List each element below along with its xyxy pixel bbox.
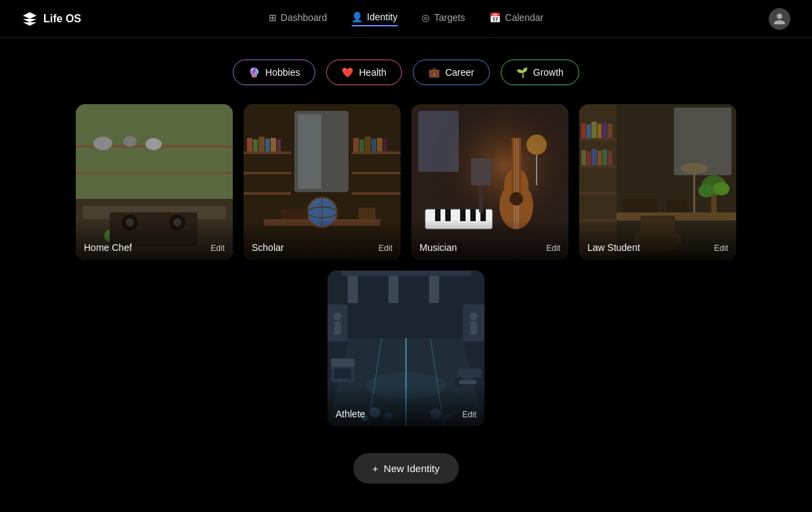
svg-rect-93: [667, 200, 687, 212]
svg-point-95: [681, 163, 708, 174]
svg-rect-36: [377, 138, 382, 152]
svg-rect-84: [608, 151, 612, 165]
card-athlete[interactable]: Athlete Edit: [328, 271, 484, 426]
nav-calendar[interactable]: 📅 Calendar: [489, 12, 543, 26]
svg-rect-26: [247, 138, 252, 152]
svg-rect-30: [271, 138, 276, 152]
card-home-chef-overlay: Home Chef Edit: [76, 219, 233, 260]
svg-rect-78: [608, 124, 612, 138]
svg-rect-71: [579, 192, 616, 195]
nav-dashboard-label: Dashboard: [281, 12, 328, 23]
health-label: Health: [359, 67, 386, 78]
growth-label: Growth: [533, 67, 564, 78]
nav-targets[interactable]: ◎ Targets: [422, 12, 465, 26]
svg-rect-111: [459, 380, 476, 384]
card-scholar-overlay: Scholar Edit: [244, 219, 401, 260]
svg-rect-83: [602, 149, 607, 165]
identity-icon: 👤: [351, 11, 363, 22]
card-athlete-edit[interactable]: Edit: [462, 410, 476, 419]
card-musician-edit[interactable]: Edit: [546, 243, 560, 253]
svg-rect-27: [253, 139, 258, 152]
filter-career[interactable]: 💼 Career: [413, 60, 490, 85]
svg-rect-69: [579, 138, 616, 141]
card-law-student[interactable]: Law Student Edit: [579, 104, 736, 260]
card-scholar-edit[interactable]: Edit: [378, 243, 392, 253]
hobbies-label: Hobbies: [265, 67, 300, 78]
card-musician[interactable]: Musician Edit: [411, 104, 568, 260]
nav-calendar-label: Calendar: [505, 12, 543, 23]
filter-health[interactable]: ❤️ Health: [326, 60, 401, 85]
svg-rect-120: [334, 321, 341, 335]
svg-rect-21: [244, 172, 291, 174]
card-musician-label: Musician: [420, 242, 457, 253]
user-avatar[interactable]: [769, 8, 790, 30]
hobbies-icon: 🔮: [248, 67, 260, 78]
card-law-student-overlay: Law Student Edit: [579, 219, 736, 260]
svg-rect-74: [587, 124, 591, 138]
nav-targets-label: Targets: [434, 12, 465, 23]
app-name: Life OS: [43, 13, 81, 25]
svg-rect-80: [587, 152, 591, 165]
svg-rect-81: [591, 149, 597, 165]
svg-rect-97: [341, 271, 471, 276]
new-identity-label: New Identity: [384, 463, 440, 474]
filter-growth[interactable]: 🌱 Growth: [501, 60, 579, 85]
health-icon: ❤️: [342, 67, 353, 78]
calendar-icon: 📅: [489, 12, 501, 23]
svg-rect-76: [597, 124, 602, 138]
filter-hobbies[interactable]: 🔮 Hobbies: [233, 60, 315, 85]
new-identity-button[interactable]: + New Identity: [353, 453, 458, 484]
filter-bar: 🔮 Hobbies ❤️ Health 💼 Career 🌱 Growth: [0, 38, 812, 104]
svg-rect-24: [352, 172, 401, 174]
card-home-chef[interactable]: Home Chef Edit: [76, 104, 233, 260]
navbar: Life OS ⊞ Dashboard 👤 Identity ◎ Targets…: [0, 0, 812, 38]
svg-rect-20: [244, 152, 291, 154]
nav-identity[interactable]: 👤 Identity: [351, 11, 397, 26]
card-athlete-overlay: Athlete Edit: [328, 386, 484, 426]
app-logo[interactable]: Life OS: [22, 11, 81, 27]
svg-point-7: [145, 138, 162, 150]
svg-rect-99: [388, 276, 399, 303]
svg-rect-46: [418, 111, 459, 172]
svg-rect-92: [623, 199, 657, 212]
svg-rect-33: [359, 139, 364, 152]
identity-cards-section: Home Chef Edit: [0, 104, 812, 426]
svg-rect-34: [365, 137, 371, 152]
svg-rect-79: [581, 150, 586, 165]
svg-rect-32: [353, 138, 359, 152]
svg-point-6: [123, 136, 137, 147]
card-scholar-label: Scholar: [252, 242, 284, 253]
svg-rect-61: [471, 158, 491, 185]
svg-rect-122: [470, 321, 477, 335]
logo-icon: [22, 11, 38, 27]
svg-rect-43: [359, 208, 376, 219]
career-label: Career: [445, 67, 474, 78]
cards-row-1: Home Chef Edit: [76, 104, 736, 260]
svg-point-90: [698, 184, 715, 197]
card-home-chef-edit[interactable]: Edit: [210, 243, 225, 253]
svg-rect-100: [429, 276, 439, 303]
svg-rect-62: [479, 185, 483, 212]
card-scholar[interactable]: Scholar Edit: [244, 104, 401, 260]
svg-point-63: [526, 135, 547, 155]
svg-rect-37: [383, 139, 387, 152]
nav-identity-label: Identity: [367, 11, 397, 22]
new-identity-plus-icon: +: [372, 463, 378, 474]
card-law-student-edit[interactable]: Edit: [714, 243, 728, 253]
svg-point-121: [470, 312, 478, 321]
svg-point-91: [713, 182, 729, 195]
svg-rect-70: [579, 165, 616, 168]
svg-rect-22: [244, 192, 291, 195]
svg-rect-73: [581, 123, 586, 138]
growth-icon: 🌱: [516, 67, 528, 78]
svg-rect-82: [597, 151, 602, 165]
card-law-student-label: Law Student: [587, 242, 640, 253]
card-athlete-label: Athlete: [336, 409, 365, 419]
svg-rect-25: [352, 192, 401, 195]
cards-row-2: Athlete Edit: [328, 271, 484, 426]
svg-rect-75: [591, 122, 597, 138]
svg-point-53: [510, 192, 523, 206]
svg-rect-19: [298, 114, 321, 189]
svg-rect-42: [281, 209, 308, 219]
nav-dashboard[interactable]: ⊞ Dashboard: [269, 12, 328, 26]
